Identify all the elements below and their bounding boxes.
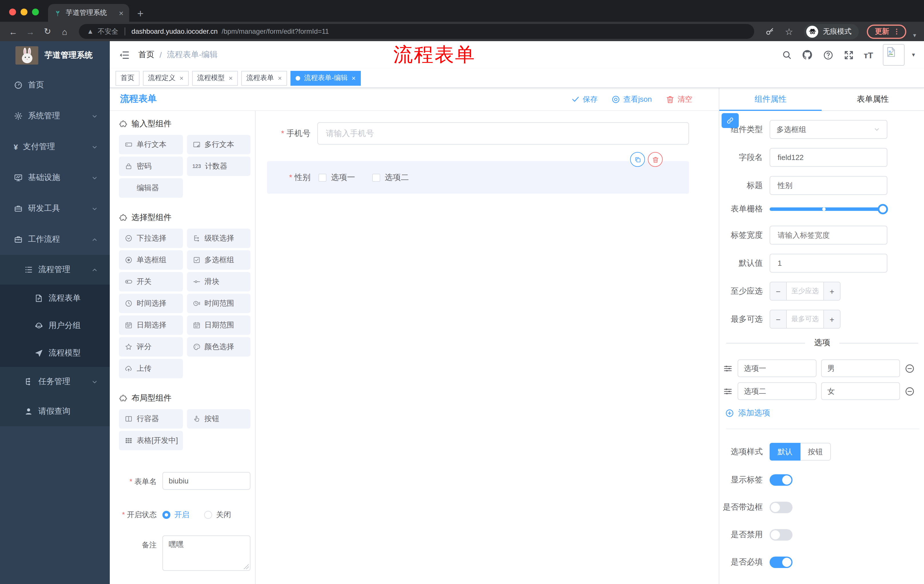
view-tab-流程表单[interactable]: 流程表单× [241, 71, 287, 86]
component-时间范围[interactable]: 时间范围 [187, 294, 251, 313]
reload-icon[interactable]: ↻ [40, 26, 55, 36]
save-button[interactable]: 保存 [571, 94, 597, 104]
minimize-window-icon[interactable] [21, 8, 28, 15]
checkbox-选项一[interactable]: 选项一 [318, 172, 355, 183]
component-评分[interactable]: 评分 [119, 337, 183, 357]
component-编辑器[interactable]: 编辑器 [119, 178, 183, 198]
component-级联选择[interactable]: 级联选择 [187, 229, 251, 248]
chrome-caret-icon[interactable]: ▼ [912, 33, 917, 38]
sidebar-item-基础设施[interactable]: 基础设施 [0, 162, 110, 193]
tab-close-icon[interactable]: × [119, 9, 124, 17]
increase-button[interactable]: + [823, 282, 840, 300]
increase-button[interactable]: + [823, 310, 840, 328]
sidebar-item-流程模型[interactable]: 流程模型 [0, 339, 110, 367]
component-密码[interactable]: 密码 [119, 156, 183, 176]
sidebar-item-任务管理[interactable]: 任务管理 [0, 367, 110, 396]
sidebar-item-请假查询[interactable]: 请假查询 [0, 396, 110, 426]
status-off-radio[interactable]: 关闭 [204, 510, 231, 520]
avatar-caret-icon[interactable]: ▼ [911, 52, 916, 58]
sidebar-item-流程管理[interactable]: 流程管理 [0, 255, 110, 285]
tab-close-icon[interactable]: × [351, 74, 356, 81]
new-tab-button[interactable]: + [137, 8, 144, 19]
component-颜色选择[interactable]: 颜色选择 [187, 337, 251, 357]
style-default-button[interactable]: 默认 [770, 443, 800, 461]
window-controls[interactable] [9, 2, 48, 22]
checkbox-icon[interactable] [318, 173, 327, 181]
tab-close-icon[interactable]: × [278, 74, 282, 81]
sidebar-item-研发工具[interactable]: 研发工具 [0, 193, 110, 224]
browser-tab[interactable]: 芋道管理系统 × [48, 4, 129, 22]
decrease-button[interactable]: − [770, 310, 787, 328]
component-滑块[interactable]: 滑块 [187, 272, 251, 291]
sidebar-item-流程表单[interactable]: 流程表单 [0, 285, 110, 312]
remove-option-button[interactable] [904, 386, 915, 396]
address-bar[interactable]: ▲ 不安全 dashboard.yudao.iocoder.cn/bpm/man… [79, 24, 754, 39]
canvas-field-gender-selected[interactable]: 性别 选项一选项二 [267, 161, 689, 194]
github-icon[interactable] [801, 49, 813, 61]
component-表格[开发中][interactable]: 表格[开发中] [119, 431, 183, 450]
browser-menu-icon[interactable]: ⋮ [893, 28, 900, 35]
canvas-field-phone[interactable]: 手机号 请输入手机号 [267, 122, 689, 145]
data-binding-tag[interactable] [722, 113, 739, 128]
help-icon[interactable] [823, 49, 833, 60]
component-开关[interactable]: 开关 [119, 272, 183, 291]
bookmark-star-icon[interactable]: ☆ [785, 26, 793, 37]
min-select-stepper[interactable]: − 至少应选 + [770, 282, 840, 301]
option-value-input[interactable] [821, 359, 900, 377]
form-name-input[interactable] [162, 472, 251, 490]
field-name-input[interactable] [777, 153, 881, 162]
component-日期选择[interactable]: 日期选择 [119, 316, 183, 335]
maximize-window-icon[interactable] [32, 8, 39, 15]
component-按钮[interactable]: 按钮 [187, 409, 251, 429]
remove-option-button[interactable] [904, 363, 915, 373]
tab-close-icon[interactable]: × [229, 74, 233, 81]
resize-grip-icon[interactable] [244, 564, 249, 569]
collapse-sidebar-icon[interactable] [119, 49, 130, 60]
breadcrumb-home[interactable]: 首页 [139, 50, 154, 60]
default-value-input[interactable] [777, 258, 881, 268]
component-单行文本[interactable]: 单行文本 [119, 135, 183, 154]
toggle-off[interactable] [770, 529, 792, 541]
component-日期范围[interactable]: 日期范围 [187, 316, 251, 335]
phone-input[interactable]: 请输入手机号 [317, 122, 689, 145]
checkbox-icon[interactable] [372, 173, 380, 181]
decrease-button[interactable]: − [770, 282, 787, 300]
fullscreen-icon[interactable] [843, 49, 854, 60]
view-tab-流程模型[interactable]: 流程模型× [192, 71, 238, 86]
component-行容器[interactable]: 行容器 [119, 409, 183, 429]
sidebar-item-支付管理[interactable]: ¥支付管理 [0, 132, 110, 162]
grid-slider[interactable] [770, 207, 883, 211]
component-单选框组[interactable]: 单选框组 [119, 250, 183, 270]
component-计数器[interactable]: 123计数器 [187, 156, 251, 176]
sidebar-item-用户分组[interactable]: 用户分组 [0, 312, 110, 339]
toggle-on[interactable] [770, 556, 792, 568]
back-icon[interactable]: ← [6, 26, 21, 36]
component-下拉选择[interactable]: 下拉选择 [119, 229, 183, 248]
tab-component-props[interactable]: 组件属性 [719, 88, 822, 110]
search-icon[interactable] [781, 50, 792, 60]
password-key-icon[interactable] [765, 26, 774, 36]
component-type-select[interactable]: 多选框组 [770, 120, 888, 139]
max-select-stepper[interactable]: − 最多可选 + [770, 310, 840, 329]
update-button[interactable]: 更新 ⋮ [867, 24, 906, 39]
view-tab-流程表单-编辑[interactable]: 流程表单-编辑× [290, 71, 361, 86]
style-button-button[interactable]: 按钮 [800, 443, 831, 461]
home-icon[interactable]: ⌂ [57, 26, 72, 36]
font-size-icon[interactable]: ᴛT [864, 51, 873, 59]
component-上传[interactable]: 上传 [119, 359, 183, 378]
avatar[interactable] [883, 44, 904, 66]
status-on-radio[interactable]: 开启 [162, 510, 189, 520]
toggle-on[interactable] [770, 474, 792, 486]
sidebar-item-首页[interactable]: 首页 [0, 70, 110, 100]
app-logo[interactable]: 芋道管理系统 [0, 41, 110, 70]
delete-component-button[interactable] [648, 152, 663, 167]
view-tab-首页[interactable]: 首页 [116, 71, 140, 86]
component-多行文本[interactable]: 多行文本 [187, 135, 251, 154]
sidebar-item-系统管理[interactable]: 系统管理 [0, 100, 110, 132]
slider-handle[interactable] [878, 204, 888, 214]
option-label-input[interactable] [738, 382, 817, 400]
max-select-input[interactable]: 最多可选 [787, 310, 823, 328]
toggle-off[interactable] [770, 502, 792, 513]
forward-icon[interactable]: → [23, 26, 38, 36]
tab-close-icon[interactable]: × [180, 74, 183, 81]
